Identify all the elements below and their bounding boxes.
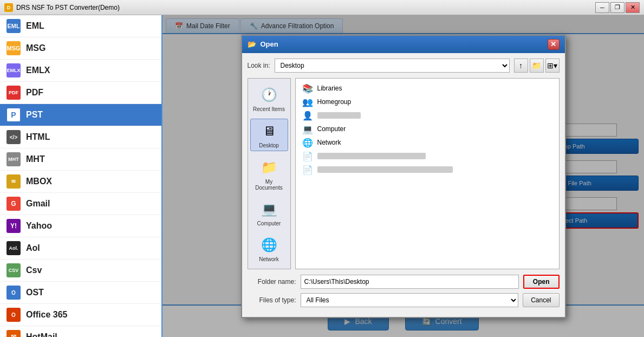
- new-folder-button[interactable]: 📁: [530, 59, 544, 73]
- nav-item-desktop-label: Desktop: [259, 142, 279, 148]
- file-item-homegroup[interactable]: 👥 Homegroup: [299, 95, 556, 109]
- sidebar-item-office365[interactable]: O Office 365: [0, 304, 161, 326]
- mht-icon: MHT: [6, 152, 21, 166]
- dialog-title-bar: 📂 Open ✕: [242, 36, 565, 53]
- sidebar-label-office365: Office 365: [26, 310, 67, 320]
- file-item-blurred2[interactable]: 📄: [299, 150, 556, 163]
- app-icon: D: [4, 3, 13, 12]
- open-button[interactable]: Open: [523, 275, 560, 289]
- nav-item-computer[interactable]: 💻 Computer: [250, 197, 288, 229]
- dialog-body: Look in: Desktop ↑ 📁 ⊞▾: [242, 53, 565, 317]
- file-item-libraries-label: Libraries: [317, 85, 342, 92]
- network-icon: 🌐: [259, 235, 279, 255]
- file-item-computer[interactable]: 💻 Computer: [299, 122, 556, 136]
- csv-icon: CSV: [6, 263, 21, 277]
- pst-icon: P: [6, 108, 21, 122]
- homegroup-icon: 👥: [302, 97, 313, 107]
- sidebar-item-aol[interactable]: Aol. Aol: [0, 237, 161, 260]
- gmail-icon: G: [6, 197, 21, 211]
- html-icon: </>: [6, 130, 21, 144]
- file-item-network[interactable]: 🌐 Network: [299, 136, 556, 150]
- folder-name-label: Folder name:: [248, 278, 296, 286]
- files-of-type-select[interactable]: All Files: [301, 293, 519, 307]
- file-list: 📚 Libraries 👥 Homegroup 👤: [295, 78, 560, 269]
- sidebar-item-msg[interactable]: MSG MSG: [0, 37, 161, 60]
- recent-items-icon: 🕐: [259, 85, 279, 105]
- nav-item-desktop[interactable]: 🖥 Desktop: [250, 119, 288, 151]
- open-label: Open: [533, 278, 550, 286]
- file-item-network-label: Network: [317, 139, 341, 146]
- sidebar-item-html[interactable]: </> HTML: [0, 126, 161, 148]
- look-in-select[interactable]: Desktop: [275, 59, 510, 73]
- sidebar-label-pdf: PDF: [26, 88, 43, 98]
- nav-item-recent-items[interactable]: 🕐 Recent Items: [250, 83, 288, 114]
- dialog-close-button[interactable]: ✕: [548, 39, 560, 50]
- computer-file-icon: 💻: [302, 124, 313, 134]
- folder-name-row: Folder name: Open: [248, 275, 560, 289]
- file-item-libraries[interactable]: 📚 Libraries: [299, 82, 556, 95]
- file-item-computer-label: Computer: [317, 125, 346, 133]
- sidebar-label-mbox: MBOX: [26, 177, 52, 186]
- office365-icon: O: [6, 308, 21, 322]
- sidebar-label-msg: MSG: [26, 43, 45, 53]
- sidebar-item-yahoo[interactable]: Y! Yahoo: [0, 215, 161, 237]
- sidebar-item-hotmail[interactable]: ✉ HotMail: [0, 326, 161, 337]
- sidebar-item-pdf[interactable]: PDF PDF: [0, 82, 161, 104]
- desktop-icon: 🖥: [259, 121, 279, 141]
- sidebar-item-emlx[interactable]: EMLX EMLX: [0, 60, 161, 82]
- blurred2-icon: 📄: [302, 151, 313, 161]
- sidebar-item-csv[interactable]: CSV Csv: [0, 260, 161, 282]
- nav-item-network-label: Network: [259, 256, 279, 262]
- dialog-nav: 🕐 Recent Items 🖥 Desktop 📁 My Documents: [248, 78, 291, 269]
- nav-item-my-documents-label: My Documents: [252, 179, 286, 191]
- files-of-type-label: Files of type:: [248, 296, 296, 304]
- close-button[interactable]: ✕: [626, 2, 640, 13]
- minimize-button[interactable]: ─: [595, 2, 609, 13]
- my-documents-icon: 📁: [259, 158, 279, 177]
- sidebar: EML EML MSG MSG EMLX EMLX PDF PDF P PST …: [0, 15, 162, 337]
- look-in-label: Look in:: [248, 62, 270, 69]
- view-toggle-button[interactable]: ⊞▾: [545, 59, 560, 73]
- sidebar-item-mbox[interactable]: ✉ MBOX: [0, 171, 161, 193]
- sidebar-label-yahoo: Yahoo: [26, 221, 52, 231]
- cancel-button[interactable]: Cancel: [523, 293, 559, 307]
- look-in-row: Look in: Desktop ↑ 📁 ⊞▾: [248, 59, 560, 73]
- nav-up-button[interactable]: ↑: [514, 59, 528, 73]
- blurred1-icon: 👤: [302, 111, 313, 121]
- dialog-title-label: Open: [261, 40, 278, 48]
- hotmail-icon: ✉: [6, 330, 21, 337]
- dialog-content-area: 🕐 Recent Items 🖥 Desktop 📁 My Documents: [248, 78, 560, 269]
- main-container: EML EML MSG MSG EMLX EMLX PDF PDF P PST …: [0, 15, 644, 337]
- file-item-blurred1[interactable]: 👤: [299, 109, 556, 122]
- folder-name-input[interactable]: [301, 275, 519, 289]
- eml-icon: EML: [6, 19, 21, 33]
- sidebar-item-gmail[interactable]: G Gmail: [0, 193, 161, 215]
- sidebar-label-emlx: EMLX: [26, 66, 50, 75]
- sidebar-item-pst[interactable]: P PST: [0, 104, 161, 126]
- title-bar: D DRS NSF To PST Converter(Demo) ─ ❐ ✕: [0, 0, 644, 15]
- look-in-buttons: ↑ 📁 ⊞▾: [514, 59, 560, 73]
- sidebar-item-mht[interactable]: MHT MHT: [0, 148, 161, 171]
- dialog-title-icon: 📂: [248, 40, 256, 48]
- nav-item-computer-label: Computer: [257, 221, 281, 226]
- nav-item-my-documents[interactable]: 📁 My Documents: [250, 155, 288, 193]
- file-item-homegroup-label: Homegroup: [317, 98, 352, 106]
- content-area: 📅 Mail Date Filter 🔧 Advance Filtration …: [162, 15, 644, 337]
- sidebar-label-ost: OST: [26, 288, 44, 297]
- network-file-icon: 🌐: [302, 138, 313, 148]
- sidebar-item-eml[interactable]: EML EML: [0, 15, 161, 37]
- mbox-icon: ✉: [6, 174, 21, 189]
- aol-icon: Aol.: [6, 241, 21, 255]
- title-bar-left: D DRS NSF To PST Converter(Demo): [4, 3, 120, 12]
- file-item-blurred3[interactable]: 📄: [299, 163, 556, 177]
- nav-item-network[interactable]: 🌐 Network: [250, 233, 288, 264]
- yahoo-icon: Y!: [6, 219, 21, 233]
- computer-icon: 💻: [259, 199, 279, 219]
- restore-button[interactable]: ❐: [610, 2, 625, 13]
- sidebar-item-ost[interactable]: O OST: [0, 282, 161, 304]
- ost-icon: O: [6, 286, 21, 300]
- dialog-footer: Folder name: Open Files of type: All Fil…: [248, 275, 560, 307]
- sidebar-label-csv: Csv: [26, 265, 42, 275]
- emlx-icon: EMLX: [6, 63, 21, 77]
- sidebar-label-eml: EML: [26, 21, 44, 31]
